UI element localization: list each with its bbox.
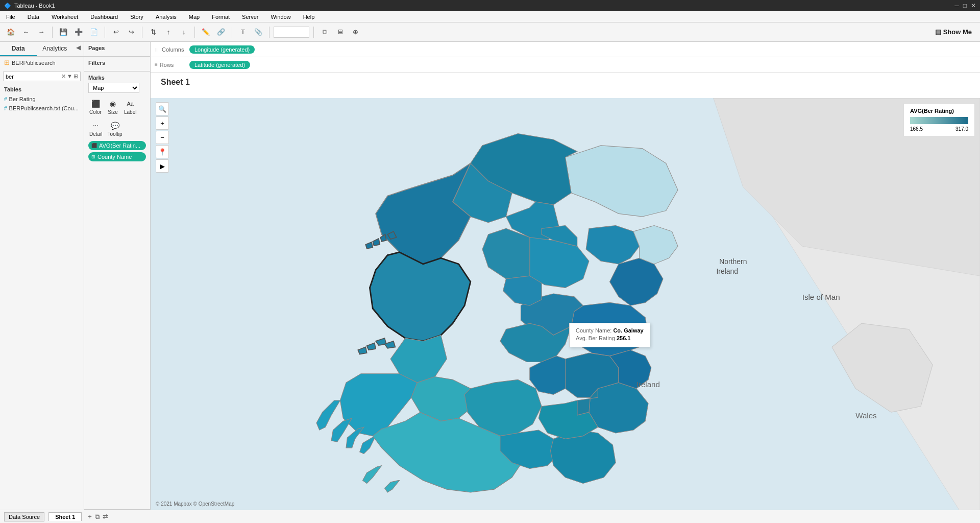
table-item-berpublicsearch[interactable]: # BERPublicsearch.txt (Cou... (0, 104, 84, 113)
toolbar-annotate-btn[interactable]: 📎 (252, 26, 265, 39)
marks-color-btn[interactable]: ⬛ Color (88, 97, 103, 116)
separator-5 (232, 27, 232, 38)
toolbar-duplicate-btn[interactable]: 📄 (87, 26, 101, 39)
tab-analytics[interactable]: Analytics (37, 42, 74, 56)
data-source-name: BERPublicsearch (12, 60, 56, 66)
rows-shelf: ≡ Rows Latitude (generated) (151, 57, 980, 73)
sheet-title: Sheet 1 (161, 78, 190, 87)
window-controls[interactable]: ─ □ ✕ (954, 2, 976, 9)
rows-icon: ≡ (155, 62, 158, 67)
marks-pill-avg[interactable]: ⬛ AVG(Ber Ratin... (88, 141, 146, 150)
marks-tooltip-btn[interactable]: 💬 Tooltip (107, 119, 124, 138)
wales-label: Wales (855, 411, 876, 420)
map-zoom-out-btn[interactable]: − (156, 131, 169, 144)
duplicate-sheet-icon[interactable]: ⧉ (95, 513, 100, 521)
search-grid-icon[interactable]: ⊞ (74, 73, 78, 80)
toolbar-label-btn[interactable]: T (236, 26, 250, 39)
tab-data[interactable]: Data (0, 42, 37, 56)
rows-pill[interactable]: Latitude (generated) (189, 61, 250, 69)
map-pin-btn[interactable]: 📍 (156, 145, 169, 158)
database-icon: ⊞ (4, 59, 10, 66)
marks-pill-county[interactable]: ⊞ County Name (88, 152, 146, 161)
map-play-btn[interactable]: ▶ (156, 159, 169, 173)
pages-section: Pages (84, 42, 150, 57)
legend-min: 166.5 (910, 126, 923, 132)
toolbar-save-btn[interactable]: 💾 (57, 26, 70, 39)
marks-size-btn[interactable]: ◉ Size (106, 97, 120, 116)
northern-ireland-label2: Ireland (716, 267, 738, 275)
size-icon: ◉ (107, 98, 119, 109)
swap-sheet-icon[interactable]: ⇄ (103, 513, 108, 521)
panel-close-btn[interactable]: ◀ (73, 42, 84, 56)
tooltip-rating-label: Avg. Ber Rating (576, 335, 615, 341)
shelf-area: ⫼ Columns Longitude (generated) ≡ Rows L… (151, 42, 980, 510)
toolbar-addds-btn[interactable]: ➕ (72, 26, 85, 39)
search-input[interactable] (6, 74, 57, 80)
marks-title: Marks (88, 75, 146, 81)
menu-help[interactable]: Help (301, 13, 317, 21)
map-zoom-in-btn[interactable]: + (156, 116, 169, 130)
menu-format[interactable]: Format (210, 13, 232, 21)
county-pill-icon: ⊞ (91, 154, 95, 159)
zoom-selector[interactable] (274, 27, 309, 38)
view-content: Sheet 1 (151, 73, 980, 510)
menu-story[interactable]: Story (128, 13, 145, 21)
sheet-tab[interactable]: Sheet 1 (48, 512, 82, 521)
toolbar-present-btn[interactable]: ⧉ (318, 26, 331, 39)
columns-shelf: ⫼ Columns Longitude (generated) (151, 42, 980, 57)
menu-analysis[interactable]: Analysis (154, 13, 179, 21)
marks-type-select[interactable]: Map (88, 83, 139, 93)
menu-worksheet[interactable]: Worksheet (50, 13, 80, 21)
columns-text: Columns (162, 46, 184, 53)
toolbar-undo-btn[interactable]: ↩ (109, 26, 122, 39)
toolbar-group-btn[interactable]: 🔗 (214, 26, 228, 39)
toolbar-device-btn[interactable]: 🖥 (333, 26, 347, 39)
close-btn[interactable]: ✕ (971, 2, 976, 9)
toolbar-back-btn[interactable]: ← (19, 26, 33, 39)
tooltip-county-value-text: Co. Galway (613, 327, 643, 334)
toolbar-redo-btn[interactable]: ↪ (125, 26, 138, 39)
marks-type-selector[interactable]: Map (88, 83, 146, 93)
marks-label-btn[interactable]: Aa Label (123, 97, 137, 116)
search-bar[interactable]: ✕ ▼ ⊞ (3, 72, 81, 81)
status-icons: + ⧉ ⇄ (88, 513, 108, 521)
toolbar-sort-asc-btn[interactable]: ↑ (162, 26, 175, 39)
toolbar-home-btn[interactable]: 🏠 (4, 26, 17, 39)
map-search-btn[interactable]: 🔍 (156, 102, 169, 115)
toolbar-swap-btn[interactable]: ⇅ (146, 26, 160, 39)
minimize-btn[interactable]: ─ (954, 2, 959, 9)
marks-detail-btn[interactable]: ⋯ Detail (88, 119, 104, 138)
search-clear-icon[interactable]: ✕ (61, 73, 66, 80)
ireland-map-svg: Northern Ireland Isle of Man Ireland Wal… (151, 98, 980, 510)
columns-pill[interactable]: Longitude (generated) (189, 45, 255, 54)
table-item-ber-rating[interactable]: # Ber Rating (0, 94, 84, 104)
toolbar-sort-desc-btn[interactable]: ↓ (177, 26, 190, 39)
table-icon-1: # (4, 97, 7, 102)
separator-4 (194, 27, 195, 38)
tooltip-label: Tooltip (108, 131, 122, 137)
legend-panel: AVG(Ber Rating) 166.5 317.0 (903, 103, 975, 136)
menu-server[interactable]: Server (240, 13, 260, 21)
separator-7 (313, 27, 314, 38)
rows-text: Rows (160, 62, 174, 68)
map-copyright: © 2021 Mapbox © OpenStreetMap (156, 501, 234, 507)
menu-file[interactable]: File (4, 13, 17, 21)
menu-window[interactable]: Window (269, 13, 293, 21)
middle-panel: Pages Filters Marks Map ⬛ Color ◉ Size (84, 42, 151, 510)
data-source-item[interactable]: ⊞ BERPublicsearch (0, 57, 84, 68)
menu-map[interactable]: Map (187, 13, 202, 21)
new-sheet-icon[interactable]: + (88, 513, 92, 521)
toolbar-share-btn[interactable]: ⊕ (349, 26, 362, 39)
label-label: Label (124, 109, 136, 115)
data-source-tab[interactable]: Data Source (4, 512, 44, 521)
toolbar-highlight-btn[interactable]: ✏️ (199, 26, 212, 39)
color-icon: ⬛ (89, 98, 102, 109)
maximize-btn[interactable]: □ (963, 2, 967, 9)
show-me-button[interactable]: ▤ Show Me (931, 26, 976, 38)
search-filter-icon[interactable]: ▼ (67, 73, 72, 80)
tooltip-icon: 💬 (109, 120, 121, 131)
toolbar-forward-btn[interactable]: → (35, 26, 48, 39)
menu-data[interactable]: Data (26, 13, 41, 21)
main-container: Data Analytics ◀ ⊞ BERPublicsearch ✕ ▼ ⊞… (0, 42, 980, 510)
menu-dashboard[interactable]: Dashboard (88, 13, 120, 21)
